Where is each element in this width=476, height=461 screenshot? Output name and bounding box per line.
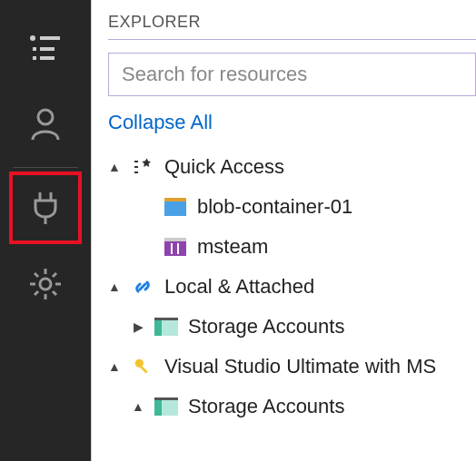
tree-label: msteam <box>197 235 268 259</box>
activity-explorer[interactable] <box>9 11 82 83</box>
list-icon <box>27 29 64 65</box>
svg-point-19 <box>135 359 144 368</box>
svg-point-0 <box>30 35 35 41</box>
storage-icon <box>154 314 179 339</box>
svg-line-18 <box>35 291 38 295</box>
person-icon <box>27 105 64 142</box>
activity-separator <box>13 167 78 168</box>
panel-title: EXPLORER <box>92 0 476 39</box>
tree-label: Storage Accounts <box>188 395 344 418</box>
header-rule <box>108 39 476 40</box>
svg-rect-3 <box>40 47 55 51</box>
tree-node-quick-access[interactable]: ▲ Quick Access <box>108 147 476 187</box>
expand-icon: ▲ <box>108 359 121 374</box>
activity-account[interactable] <box>9 87 82 160</box>
svg-rect-4 <box>33 56 36 60</box>
collapse-all-link[interactable]: Collapse All <box>92 107 476 147</box>
svg-rect-5 <box>40 56 55 60</box>
gear-icon <box>27 266 64 302</box>
storage-icon <box>154 394 179 419</box>
blob-container-icon <box>163 194 188 220</box>
tree-label: blob-container-01 <box>197 195 352 219</box>
activity-connect[interactable] <box>9 172 82 244</box>
svg-rect-1 <box>40 36 60 40</box>
activity-bar <box>0 0 91 461</box>
collapse-icon: ▶ <box>132 319 144 334</box>
table-icon <box>163 234 188 260</box>
svg-rect-20 <box>140 366 147 373</box>
resource-tree: ▲ Quick Access blob-container-01 msteam … <box>92 147 476 461</box>
svg-line-15 <box>35 273 38 277</box>
expand-icon: ▲ <box>108 160 121 174</box>
tree-label: Quick Access <box>164 155 284 179</box>
tree-node-msteam[interactable]: msteam <box>108 227 476 267</box>
selection-highlight <box>9 172 82 244</box>
svg-point-10 <box>40 279 51 289</box>
quick-access-icon <box>130 154 155 180</box>
explorer-panel: EXPLORER Collapse All ▲ Quick Access blo… <box>91 0 476 461</box>
tree-node-storage-accounts-sub[interactable]: ▲ Storage Accounts <box>108 387 476 427</box>
tree-label: Local & Attached <box>164 275 314 299</box>
search-input[interactable] <box>108 53 476 96</box>
tree-label: Storage Accounts <box>188 315 344 338</box>
expand-icon: ▲ <box>108 280 121 294</box>
link-icon <box>130 274 155 299</box>
activity-settings[interactable] <box>9 248 82 320</box>
search-wrap <box>108 53 476 96</box>
key-icon <box>130 354 155 379</box>
tree-node-blob-container[interactable]: blob-container-01 <box>108 187 476 227</box>
tree-node-subscription[interactable]: ▲ Visual Studio Ultimate with MS <box>108 347 476 387</box>
svg-point-6 <box>38 110 53 124</box>
tree-label: Visual Studio Ultimate with MS <box>164 355 436 378</box>
tree-node-local-attached[interactable]: ▲ Local & Attached <box>108 267 476 307</box>
svg-rect-2 <box>33 47 36 51</box>
svg-line-16 <box>53 291 56 295</box>
tree-node-storage-accounts-local[interactable]: ▶ Storage Accounts <box>108 307 476 347</box>
expand-icon: ▲ <box>132 399 144 414</box>
svg-line-17 <box>53 273 56 277</box>
